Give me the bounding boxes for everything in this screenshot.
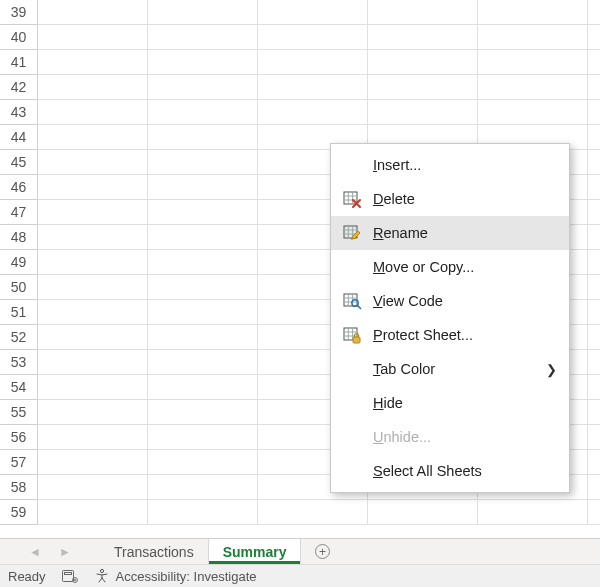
cell[interactable] — [38, 450, 148, 475]
cell[interactable] — [478, 100, 588, 125]
cell[interactable] — [588, 200, 600, 225]
cell[interactable] — [148, 0, 258, 25]
row-header[interactable]: 57 — [0, 450, 38, 475]
cell[interactable] — [258, 75, 368, 100]
cell[interactable] — [478, 25, 588, 50]
cell[interactable] — [258, 25, 368, 50]
cell[interactable] — [588, 250, 600, 275]
cell[interactable] — [38, 400, 148, 425]
menu-item-insert[interactable]: Insert... — [331, 148, 569, 182]
cell[interactable] — [38, 425, 148, 450]
row-header[interactable]: 44 — [0, 125, 38, 150]
cell[interactable] — [368, 100, 478, 125]
cell[interactable] — [258, 100, 368, 125]
cell[interactable] — [148, 425, 258, 450]
sheet-tab-summary[interactable]: Summary — [209, 539, 302, 564]
cell[interactable] — [148, 250, 258, 275]
cell[interactable] — [148, 325, 258, 350]
cell[interactable] — [148, 350, 258, 375]
cell[interactable] — [588, 375, 600, 400]
cell[interactable] — [368, 75, 478, 100]
menu-item-movecopy[interactable]: Move or Copy... — [331, 250, 569, 284]
cell[interactable] — [588, 500, 600, 525]
cell[interactable] — [38, 50, 148, 75]
row-header[interactable]: 47 — [0, 200, 38, 225]
row-header[interactable]: 53 — [0, 350, 38, 375]
menu-item-delete[interactable]: Delete — [331, 182, 569, 216]
cell[interactable] — [258, 500, 368, 525]
cell[interactable] — [588, 350, 600, 375]
menu-item-rename[interactable]: Rename — [331, 216, 569, 250]
row-header[interactable]: 56 — [0, 425, 38, 450]
row-header[interactable]: 40 — [0, 25, 38, 50]
cell[interactable] — [588, 450, 600, 475]
cell[interactable] — [38, 125, 148, 150]
cell[interactable] — [148, 300, 258, 325]
cell[interactable] — [38, 200, 148, 225]
cell[interactable] — [588, 0, 600, 25]
cell[interactable] — [38, 250, 148, 275]
cell[interactable] — [148, 500, 258, 525]
cell[interactable] — [478, 50, 588, 75]
cell[interactable] — [148, 100, 258, 125]
cell[interactable] — [588, 100, 600, 125]
cell[interactable] — [148, 125, 258, 150]
cell[interactable] — [148, 50, 258, 75]
cell[interactable] — [588, 275, 600, 300]
cell[interactable] — [38, 350, 148, 375]
cell[interactable] — [588, 25, 600, 50]
cell[interactable] — [588, 400, 600, 425]
cell[interactable] — [588, 125, 600, 150]
row-header[interactable]: 58 — [0, 475, 38, 500]
row-header[interactable]: 48 — [0, 225, 38, 250]
cell[interactable] — [478, 500, 588, 525]
row-header[interactable]: 59 — [0, 500, 38, 525]
cell[interactable] — [258, 0, 368, 25]
cell[interactable] — [258, 50, 368, 75]
cell[interactable] — [588, 175, 600, 200]
menu-item-selectall[interactable]: Select All Sheets — [331, 454, 569, 488]
sheet-tab-transactions[interactable]: Transactions — [100, 539, 209, 564]
macro-record-button[interactable] — [62, 569, 78, 583]
cell[interactable] — [38, 150, 148, 175]
cell[interactable] — [148, 475, 258, 500]
cell[interactable] — [38, 25, 148, 50]
cell[interactable] — [368, 50, 478, 75]
row-header[interactable]: 52 — [0, 325, 38, 350]
row-header[interactable]: 43 — [0, 100, 38, 125]
prev-sheet-button[interactable]: ◄ — [29, 545, 41, 559]
next-sheet-button[interactable]: ► — [59, 545, 71, 559]
row-header[interactable]: 55 — [0, 400, 38, 425]
cell[interactable] — [38, 175, 148, 200]
cell[interactable] — [148, 175, 258, 200]
cell[interactable] — [368, 0, 478, 25]
row-header[interactable]: 49 — [0, 250, 38, 275]
cell[interactable] — [148, 25, 258, 50]
cell[interactable] — [38, 225, 148, 250]
cell[interactable] — [38, 375, 148, 400]
cell[interactable] — [38, 100, 148, 125]
cell[interactable] — [148, 75, 258, 100]
cell[interactable] — [38, 0, 148, 25]
cell[interactable] — [38, 500, 148, 525]
accessibility-button[interactable]: Accessibility: Investigate — [94, 568, 257, 584]
cell[interactable] — [38, 325, 148, 350]
cell[interactable] — [148, 225, 258, 250]
cell[interactable] — [478, 75, 588, 100]
cell[interactable] — [38, 475, 148, 500]
row-header[interactable]: 54 — [0, 375, 38, 400]
menu-item-viewcode[interactable]: View Code — [331, 284, 569, 318]
cell[interactable] — [38, 275, 148, 300]
cell[interactable] — [368, 500, 478, 525]
row-header[interactable]: 42 — [0, 75, 38, 100]
cell[interactable] — [588, 50, 600, 75]
cell[interactable] — [588, 325, 600, 350]
cell[interactable] — [148, 375, 258, 400]
cell[interactable] — [478, 0, 588, 25]
cell[interactable] — [148, 200, 258, 225]
cell[interactable] — [368, 25, 478, 50]
cell[interactable] — [148, 275, 258, 300]
menu-item-hide[interactable]: Hide — [331, 386, 569, 420]
row-header[interactable]: 50 — [0, 275, 38, 300]
cell[interactable] — [588, 300, 600, 325]
